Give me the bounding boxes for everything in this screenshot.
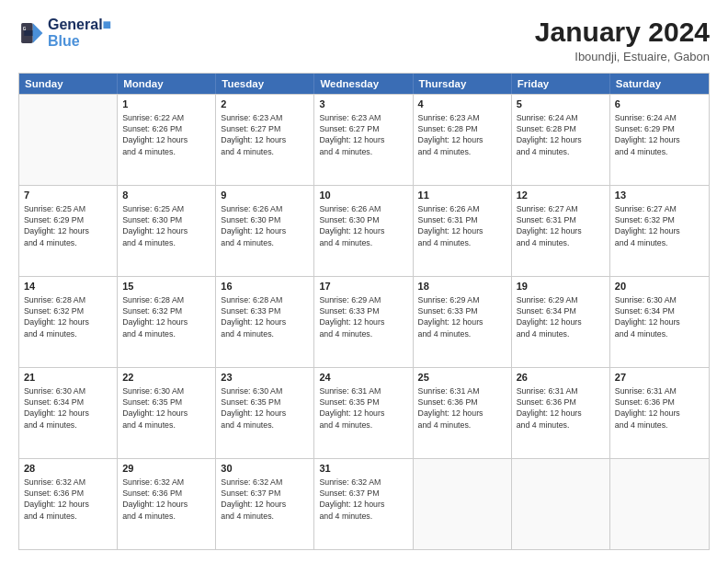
cell-info: Sunrise: 6:31 AMSunset: 6:35 PMDaylight:… xyxy=(319,385,407,431)
header-sunday: Sunday xyxy=(19,74,118,94)
cell-info: Sunrise: 6:30 AMSunset: 6:35 PMDaylight:… xyxy=(221,385,309,431)
day-number: 4 xyxy=(418,98,506,111)
day-number: 30 xyxy=(221,462,309,476)
day-number: 3 xyxy=(319,98,407,111)
calendar-row-4: 28Sunrise: 6:32 AMSunset: 6:36 PMDayligh… xyxy=(19,458,709,549)
cell-info: Sunrise: 6:23 AMSunset: 6:28 PMDaylight:… xyxy=(418,112,506,157)
cell-info: Sunrise: 6:29 AMSunset: 6:34 PMDaylight:… xyxy=(517,294,605,339)
calendar-cell-0-4: 4Sunrise: 6:23 AMSunset: 6:28 PMDaylight… xyxy=(414,95,512,185)
calendar-cell-4-2: 30Sunrise: 6:32 AMSunset: 6:37 PMDayligh… xyxy=(216,459,314,549)
cell-info: Sunrise: 6:28 AMSunset: 6:33 PMDaylight:… xyxy=(221,294,309,339)
calendar-cell-2-3: 17Sunrise: 6:29 AMSunset: 6:33 PMDayligh… xyxy=(314,277,413,367)
day-number: 25 xyxy=(418,371,506,385)
calendar-cell-3-4: 25Sunrise: 6:31 AMSunset: 6:36 PMDayligh… xyxy=(414,368,512,458)
cell-info: Sunrise: 6:32 AMSunset: 6:36 PMDaylight:… xyxy=(24,477,112,522)
calendar-cell-4-1: 29Sunrise: 6:32 AMSunset: 6:36 PMDayligh… xyxy=(118,459,216,549)
logo-text: General■ Blue xyxy=(48,17,111,49)
page: G General■ Blue January 2024 Iboundji, E… xyxy=(0,0,728,563)
day-number: 27 xyxy=(615,371,704,385)
calendar-cell-2-2: 16Sunrise: 6:28 AMSunset: 6:33 PMDayligh… xyxy=(216,277,314,367)
calendar-cell-3-2: 23Sunrise: 6:30 AMSunset: 6:35 PMDayligh… xyxy=(216,368,314,458)
svg-text:G: G xyxy=(23,26,27,30)
calendar-cell-2-4: 18Sunrise: 6:29 AMSunset: 6:33 PMDayligh… xyxy=(414,277,512,367)
header-monday: Monday xyxy=(118,74,216,94)
day-number: 16 xyxy=(221,280,309,293)
day-number: 15 xyxy=(122,280,210,293)
calendar-cell-1-6: 13Sunrise: 6:27 AMSunset: 6:32 PMDayligh… xyxy=(610,186,709,276)
calendar-cell-4-6 xyxy=(610,459,709,549)
calendar-cell-4-5 xyxy=(512,459,610,549)
calendar-cell-0-3: 3Sunrise: 6:23 AMSunset: 6:27 PMDaylight… xyxy=(314,95,413,185)
day-number: 8 xyxy=(122,189,210,202)
cell-info: Sunrise: 6:31 AMSunset: 6:36 PMDaylight:… xyxy=(517,385,605,431)
day-number: 14 xyxy=(24,280,112,293)
calendar-cell-3-0: 21Sunrise: 6:30 AMSunset: 6:34 PMDayligh… xyxy=(19,368,118,458)
cell-info: Sunrise: 6:29 AMSunset: 6:33 PMDaylight:… xyxy=(319,294,407,339)
calendar: Sunday Monday Tuesday Wednesday Thursday… xyxy=(18,73,710,550)
cell-info: Sunrise: 6:30 AMSunset: 6:34 PMDaylight:… xyxy=(615,294,704,339)
cell-info: Sunrise: 6:22 AMSunset: 6:26 PMDaylight:… xyxy=(122,112,210,157)
cell-info: Sunrise: 6:26 AMSunset: 6:30 PMDaylight:… xyxy=(319,203,407,248)
day-number: 10 xyxy=(319,189,407,202)
calendar-cell-3-6: 27Sunrise: 6:31 AMSunset: 6:36 PMDayligh… xyxy=(610,368,709,458)
cell-info: Sunrise: 6:27 AMSunset: 6:32 PMDaylight:… xyxy=(615,203,704,248)
cell-info: Sunrise: 6:31 AMSunset: 6:36 PMDaylight:… xyxy=(615,385,704,431)
day-number: 24 xyxy=(319,371,407,385)
day-number: 13 xyxy=(615,189,704,202)
cell-info: Sunrise: 6:32 AMSunset: 6:37 PMDaylight:… xyxy=(221,477,309,522)
logo-icon: G xyxy=(18,20,44,46)
calendar-header: Sunday Monday Tuesday Wednesday Thursday… xyxy=(19,74,709,94)
day-number: 22 xyxy=(122,371,210,385)
day-number: 1 xyxy=(122,98,210,111)
calendar-row-3: 21Sunrise: 6:30 AMSunset: 6:34 PMDayligh… xyxy=(19,367,709,458)
calendar-cell-3-3: 24Sunrise: 6:31 AMSunset: 6:35 PMDayligh… xyxy=(314,368,413,458)
cell-info: Sunrise: 6:28 AMSunset: 6:32 PMDaylight:… xyxy=(24,294,112,339)
cell-info: Sunrise: 6:30 AMSunset: 6:35 PMDaylight:… xyxy=(122,385,210,431)
day-number: 20 xyxy=(615,280,704,293)
calendar-cell-2-0: 14Sunrise: 6:28 AMSunset: 6:32 PMDayligh… xyxy=(19,277,118,367)
calendar-cell-0-0 xyxy=(19,95,118,185)
calendar-cell-2-6: 20Sunrise: 6:30 AMSunset: 6:34 PMDayligh… xyxy=(610,277,709,367)
day-number: 7 xyxy=(24,189,112,202)
cell-info: Sunrise: 6:26 AMSunset: 6:30 PMDaylight:… xyxy=(221,203,309,248)
cell-info: Sunrise: 6:32 AMSunset: 6:37 PMDaylight:… xyxy=(319,477,407,522)
cell-info: Sunrise: 6:23 AMSunset: 6:27 PMDaylight:… xyxy=(319,112,407,157)
header-friday: Friday xyxy=(512,74,610,94)
cell-info: Sunrise: 6:31 AMSunset: 6:36 PMDaylight:… xyxy=(418,385,506,431)
calendar-row-1: 7Sunrise: 6:25 AMSunset: 6:29 PMDaylight… xyxy=(19,185,709,276)
calendar-cell-3-5: 26Sunrise: 6:31 AMSunset: 6:36 PMDayligh… xyxy=(512,368,610,458)
header-wednesday: Wednesday xyxy=(314,74,413,94)
day-number: 5 xyxy=(517,98,605,111)
calendar-cell-1-4: 11Sunrise: 6:26 AMSunset: 6:31 PMDayligh… xyxy=(414,186,512,276)
calendar-cell-0-2: 2Sunrise: 6:23 AMSunset: 6:27 PMDaylight… xyxy=(216,95,314,185)
day-number: 12 xyxy=(517,189,605,202)
day-number: 19 xyxy=(517,280,605,293)
location-subtitle: Iboundji, Estuaire, Gabon xyxy=(535,50,710,63)
calendar-cell-4-0: 28Sunrise: 6:32 AMSunset: 6:36 PMDayligh… xyxy=(19,459,118,549)
calendar-cell-0-6: 6Sunrise: 6:24 AMSunset: 6:29 PMDaylight… xyxy=(610,95,709,185)
cell-info: Sunrise: 6:25 AMSunset: 6:30 PMDaylight:… xyxy=(122,203,210,248)
calendar-cell-1-0: 7Sunrise: 6:25 AMSunset: 6:29 PMDaylight… xyxy=(19,186,118,276)
cell-info: Sunrise: 6:29 AMSunset: 6:33 PMDaylight:… xyxy=(418,294,506,339)
cell-info: Sunrise: 6:23 AMSunset: 6:27 PMDaylight:… xyxy=(221,112,309,157)
day-number: 29 xyxy=(122,462,210,476)
cell-info: Sunrise: 6:32 AMSunset: 6:36 PMDaylight:… xyxy=(122,477,210,522)
cell-info: Sunrise: 6:27 AMSunset: 6:31 PMDaylight:… xyxy=(517,203,605,248)
calendar-cell-0-1: 1Sunrise: 6:22 AMSunset: 6:26 PMDaylight… xyxy=(118,95,216,185)
cell-info: Sunrise: 6:24 AMSunset: 6:28 PMDaylight:… xyxy=(517,112,605,157)
cell-info: Sunrise: 6:28 AMSunset: 6:32 PMDaylight:… xyxy=(122,294,210,339)
calendar-cell-0-5: 5Sunrise: 6:24 AMSunset: 6:28 PMDaylight… xyxy=(512,95,610,185)
calendar-cell-1-5: 12Sunrise: 6:27 AMSunset: 6:31 PMDayligh… xyxy=(512,186,610,276)
cell-info: Sunrise: 6:26 AMSunset: 6:31 PMDaylight:… xyxy=(418,203,506,248)
day-number: 2 xyxy=(221,98,309,111)
day-number: 21 xyxy=(24,371,112,385)
day-number: 11 xyxy=(418,189,506,202)
calendar-cell-2-5: 19Sunrise: 6:29 AMSunset: 6:34 PMDayligh… xyxy=(512,277,610,367)
header-thursday: Thursday xyxy=(414,74,512,94)
calendar-row-2: 14Sunrise: 6:28 AMSunset: 6:32 PMDayligh… xyxy=(19,276,709,367)
day-number: 31 xyxy=(319,462,407,476)
calendar-cell-4-3: 31Sunrise: 6:32 AMSunset: 6:37 PMDayligh… xyxy=(314,459,413,549)
title-block: January 2024 Iboundji, Estuaire, Gabon xyxy=(535,17,710,63)
cell-info: Sunrise: 6:30 AMSunset: 6:34 PMDaylight:… xyxy=(24,385,112,431)
header-saturday: Saturday xyxy=(610,74,709,94)
